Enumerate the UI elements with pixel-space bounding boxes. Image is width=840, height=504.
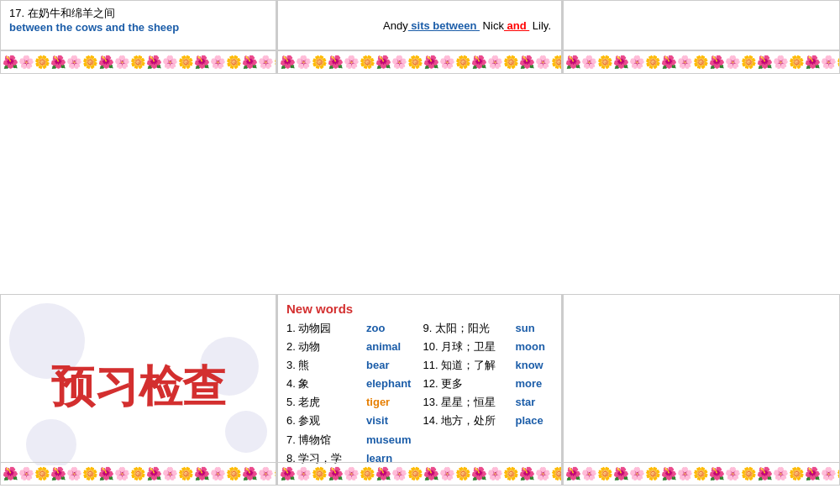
word-row-14: 14. 地方，处所 place bbox=[423, 412, 554, 430]
top-mid-fill2: and bbox=[504, 19, 529, 32]
word-en-2: animal bbox=[366, 338, 401, 356]
flower-divider-left: 🌺🌸🌼🌺🌸🌼🌺🌸🌼🌺🌸🌼🌺🌸🌼🌺🌸🌼 bbox=[0, 50, 277, 74]
top-mid-text3: Lily. bbox=[529, 19, 551, 32]
word-num-9: 9. 太阳；阳光 bbox=[423, 319, 516, 338]
top-left-cell: 17. 在奶牛和绵羊之间 between the cows and the sh… bbox=[0, 0, 277, 50]
word-num-7: 7. 博物馆 bbox=[286, 431, 366, 449]
top-mid-cell: Andy sits between Nick and Lily. bbox=[277, 0, 563, 50]
word-row-2: 2. 动物 animal bbox=[286, 338, 417, 356]
flower-divider2-right: 🌺🌸🌼🌺🌸🌼🌺🌸🌼🌺🌸🌼🌺🌸🌼🌺🌸🌼 bbox=[563, 462, 840, 486]
word-en-13: star bbox=[516, 393, 536, 412]
flower-bar2-center: 🌺🌸🌼🌺🌸🌼🌺🌸🌼🌺🌸🌼🌺🌸🌼🌺🌸🌼🌺 bbox=[278, 465, 561, 482]
word-list-left: 1. 动物园 zoo 2. 动物 animal 3. 熊 bear 4. 象 e… bbox=[286, 319, 417, 468]
word-row-9: 9. 太阳；阳光 sun bbox=[423, 319, 554, 338]
word-num-13: 13. 星星；恒星 bbox=[423, 393, 516, 412]
flower-divider2-left: 🌺🌸🌼🌺🌸🌼🌺🌸🌼🌺🌸🌼🌺🌸🌼🌺🌸🌼 bbox=[0, 462, 277, 486]
word-num-12: 12. 更多 bbox=[423, 375, 516, 393]
word-num-3: 3. 熊 bbox=[286, 356, 366, 375]
word-en-3: bear bbox=[366, 356, 389, 375]
top-mid-text1: Andy bbox=[383, 19, 408, 32]
word-en-1: zoo bbox=[366, 319, 385, 338]
new-words-title: New words bbox=[286, 302, 553, 316]
top-mid-text2: Nick bbox=[480, 19, 504, 32]
word-list-right: 9. 太阳；阳光 sun 10. 月球；卫星 moon 11. 知道；了解 kn… bbox=[423, 319, 554, 468]
bg-circle-4 bbox=[225, 411, 267, 453]
mid-right-cell bbox=[563, 294, 840, 479]
word-row-6: 6. 参观 visit bbox=[286, 412, 417, 430]
word-row-13: 13. 星星；恒星 star bbox=[423, 393, 554, 412]
word-en-14: place bbox=[516, 412, 543, 430]
word-num-6: 6. 参观 bbox=[286, 412, 366, 430]
flower-divider-right: 🌺🌸🌼🌺🌸🌼🌺🌸🌼🌺🌸🌼🌺🌸🌼🌺🌸🌼 bbox=[563, 50, 840, 74]
word-row-11: 11. 知道；了解 know bbox=[423, 356, 554, 375]
word-num-4: 4. 象 bbox=[286, 375, 366, 393]
word-num-5: 5. 老虎 bbox=[286, 393, 366, 412]
word-num-11: 11. 知道；了解 bbox=[423, 356, 516, 375]
word-row-12: 12. 更多 more bbox=[423, 375, 554, 393]
word-en-9: sun bbox=[516, 319, 535, 338]
word-num-10: 10. 月球；卫星 bbox=[423, 338, 516, 356]
word-row-1: 1. 动物园 zoo bbox=[286, 319, 417, 338]
top-mid-fill1: sits between bbox=[408, 19, 480, 32]
word-en-11: know bbox=[516, 356, 543, 375]
word-en-12: more bbox=[516, 375, 543, 393]
word-en-5: tiger bbox=[366, 393, 390, 412]
word-num-14: 14. 地方，处所 bbox=[423, 412, 516, 430]
word-en-4: elephant bbox=[366, 375, 411, 393]
flower-divider2-center: 🌺🌸🌼🌺🌸🌼🌺🌸🌼🌺🌸🌼🌺🌸🌼🌺🌸🌼🌺 bbox=[277, 462, 563, 486]
mid-left-title: 预习检查 bbox=[51, 360, 226, 412]
word-row-3: 3. 熊 bear bbox=[286, 356, 417, 375]
word-en-6: visit bbox=[366, 412, 388, 430]
word-num-2: 2. 动物 bbox=[286, 338, 366, 356]
flower-bar2-left: 🌺🌸🌼🌺🌸🌼🌺🌸🌼🌺🌸🌼🌺🌸🌼🌺🌸🌼 bbox=[1, 465, 276, 482]
flower-bar-left: 🌺🌸🌼🌺🌸🌼🌺🌸🌼🌺🌸🌼🌺🌸🌼🌺🌸🌼 bbox=[1, 54, 276, 71]
word-row-10: 10. 月球；卫星 moon bbox=[423, 338, 554, 356]
word-num-1: 1. 动物园 bbox=[286, 319, 366, 338]
mid-center-cell: New words 1. 动物园 zoo 2. 动物 animal 3. 熊 b… bbox=[277, 294, 563, 479]
flower-bar-center: 🌺🌸🌼🌺🌸🌼🌺🌸🌼🌺🌸🌼🌺🌸🌼🌺🌸🌼🌺 bbox=[278, 54, 561, 71]
word-en-7: museum bbox=[366, 431, 411, 449]
word-row-5: 5. 老虎 tiger bbox=[286, 393, 417, 412]
word-table: 1. 动物园 zoo 2. 动物 animal 3. 熊 bear 4. 象 e… bbox=[286, 319, 553, 468]
word-en-10: moon bbox=[516, 338, 545, 356]
flower-bar2-right: 🌺🌸🌼🌺🌸🌼🌺🌸🌼🌺🌸🌼🌺🌸🌼🌺🌸🌼 bbox=[564, 465, 839, 482]
top-right-cell bbox=[563, 0, 840, 50]
top-left-chinese: 17. 在奶牛和绵羊之间 bbox=[9, 6, 267, 21]
flower-bar-right: 🌺🌸🌼🌺🌸🌼🌺🌸🌼🌺🌸🌼🌺🌸🌼🌺🌸🌼 bbox=[564, 54, 839, 71]
flower-divider-center: 🌺🌸🌼🌺🌸🌼🌺🌸🌼🌺🌸🌼🌺🌸🌼🌺🌸🌼🌺 bbox=[277, 50, 563, 74]
mid-left-cell: 预习检查 bbox=[0, 294, 277, 479]
word-row-4: 4. 象 elephant bbox=[286, 375, 417, 393]
word-row-7: 7. 博物馆 museum bbox=[286, 431, 417, 449]
top-left-english: between the cows and the sheep bbox=[9, 21, 267, 34]
